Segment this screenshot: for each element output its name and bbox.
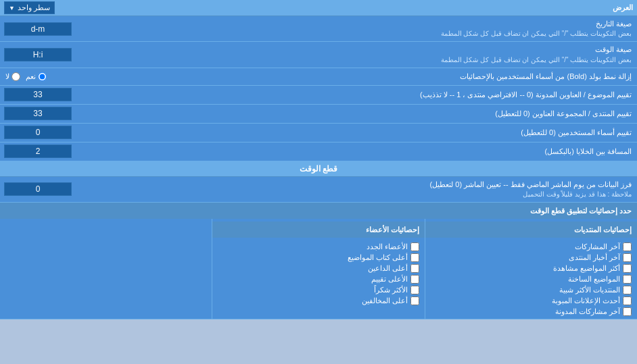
- users-order-label: تقييم أسماء المستخدمين (0 للتعطيل): [81, 125, 637, 140]
- time-format-input[interactable]: [4, 48, 72, 61]
- member-stats-col: إحصائيات الأعضاء الأعضاء الجدد أعلى كتاب…: [212, 219, 424, 319]
- topics-order-input-area: [0, 86, 81, 103]
- cells-distance-input[interactable]: [4, 145, 72, 158]
- cells-distance-label: المسافة بين الخلايا (بالبكسل): [81, 144, 637, 159]
- forum-last-posts[interactable]: آخر المشاركات: [431, 242, 632, 251]
- forum-last-blog-posts[interactable]: آخر مشاركات المدونة: [431, 307, 632, 316]
- bold-remove-yes-label: نعم: [26, 72, 36, 81]
- topics-order-label: تقييم الموضوع / العناوين المدونة (0 -- ا…: [81, 87, 637, 103]
- bold-remove-no-label: لا: [5, 72, 9, 81]
- member-most-thanked-checkbox[interactable]: [410, 286, 419, 294]
- member-stats-header: إحصائيات الأعضاء: [366, 226, 419, 234]
- time-format-sublabel: بعض التكوينات يتطلب "/" التي يمكن ان تضا…: [87, 55, 632, 65]
- member-top-inviters-checkbox[interactable]: [410, 264, 419, 273]
- filter-row: فرز البيانات من يوم الماشر الماضي فقط --…: [0, 177, 637, 203]
- forum-stats-col: إحصائيات المنتديات آخر المشاركات آخر أخب…: [425, 219, 637, 319]
- member-new[interactable]: الأعضاء الجدد: [218, 242, 419, 251]
- member-top-inviters[interactable]: أعلى الداعين: [218, 264, 419, 273]
- realtime-section-header: قطع الوقت: [0, 161, 637, 177]
- member-top-violators-checkbox[interactable]: [410, 296, 419, 305]
- time-format-row: صيغة الوقت بعض التكوينات يتطلب "/" التي …: [0, 42, 637, 68]
- member-top-writers-checkbox[interactable]: [410, 253, 419, 262]
- date-format-row: صيغة التاريخ بعض التكوينات يتطلب "/" الت…: [0, 16, 637, 42]
- col-divider: [425, 219, 425, 319]
- users-order-row: تقييم أسماء المستخدمين (0 للتعطيل): [0, 124, 637, 142]
- header-row: العرض سطر واحد ▼: [0, 0, 637, 16]
- forum-most-similar[interactable]: المنتديات الأكثر شبية: [431, 286, 632, 294]
- forums-order-input-area: [0, 105, 81, 122]
- forum-last-news[interactable]: آخر أخبار المنتدى: [431, 253, 632, 262]
- topics-order-input[interactable]: [4, 88, 72, 101]
- users-order-input-area: [0, 124, 81, 141]
- bold-remove-yes-radio[interactable]: [38, 72, 47, 81]
- empty-col: [0, 219, 212, 319]
- main-container: العرض سطر واحد ▼ صيغة التاريخ بعض التكوي…: [0, 0, 637, 319]
- users-order-input[interactable]: [4, 126, 72, 139]
- forums-order-label: تقييم المنتدى / المجموعة العناوين (0 للت…: [81, 106, 637, 122]
- filter-input-area: [0, 180, 81, 198]
- filter-note: ملاحظة : هذا قد يزيد قليلاً وقت التحميل: [87, 190, 632, 199]
- member-top-violators[interactable]: أعلى المخالفين: [218, 296, 419, 305]
- filter-input[interactable]: [4, 182, 72, 196]
- forum-hot-topics[interactable]: المواضيع الساخنة: [431, 275, 632, 284]
- bold-remove-label: إزالة نمط بولد (Bold) من أسماء المستخدمي…: [52, 69, 637, 84]
- bold-remove-yes[interactable]: نعم: [26, 72, 47, 81]
- display-dropdown[interactable]: سطر واحد ▼: [4, 1, 55, 14]
- realtime-title: قطع الوقت: [300, 164, 337, 174]
- forums-order-input[interactable]: [4, 107, 72, 120]
- checkboxes-content: إحصائيات المنتديات آخر المشاركات آخر أخب…: [0, 219, 637, 319]
- bold-remove-radio-area: نعم لا: [0, 70, 52, 83]
- col-divider-2: [212, 219, 212, 319]
- member-top-writers[interactable]: أعلى كتاب المواضيع: [218, 253, 419, 262]
- dropdown-label: سطر واحد: [18, 3, 50, 12]
- forum-last-blog-posts-checkbox[interactable]: [623, 307, 632, 316]
- topics-order-row: تقييم الموضوع / العناوين المدونة (0 -- ا…: [0, 86, 637, 105]
- time-format-label: صيغة الوقت بعض التكوينات يتطلب "/" التي …: [81, 42, 637, 67]
- checkboxes-header-label: حدد إحصائيات لتطبيق قطع الوقت: [5, 207, 632, 215]
- member-most-thanked[interactable]: الأكثر شكراً: [218, 286, 419, 294]
- date-format-sublabel: بعض التكوينات يتطلب "/" التي يمكن ان تضا…: [87, 29, 632, 38]
- forum-latest-ads-checkbox[interactable]: [623, 296, 632, 305]
- cells-distance-input-area: [0, 142, 81, 160]
- cells-distance-row: المسافة بين الخلايا (بالبكسل): [0, 142, 637, 161]
- forum-latest-ads[interactable]: أحدث الإعلانات المبوبة: [431, 296, 632, 305]
- forum-stats-header: إحصائيات المنتديات: [574, 226, 632, 234]
- forum-most-viewed-checkbox[interactable]: [623, 264, 632, 273]
- date-format-input[interactable]: [4, 22, 72, 36]
- date-format-input-area: [0, 20, 81, 38]
- forum-last-news-checkbox[interactable]: [623, 253, 632, 262]
- forum-last-posts-checkbox[interactable]: [623, 242, 632, 251]
- member-top-rated-checkbox[interactable]: [410, 275, 419, 284]
- member-new-checkbox[interactable]: [410, 242, 419, 251]
- checkboxes-section: حدد إحصائيات لتطبيق قطع الوقت إحصائيات ا…: [0, 203, 637, 319]
- forums-order-row: تقييم المنتدى / المجموعة العناوين (0 للت…: [0, 105, 637, 124]
- filter-label: فرز البيانات من يوم الماشر الماضي فقط --…: [81, 177, 637, 202]
- bold-remove-row: إزالة نمط بولد (Bold) من أسماء المستخدمي…: [0, 68, 637, 86]
- bold-remove-no[interactable]: لا: [5, 72, 20, 81]
- header-label: العرض: [55, 3, 633, 12]
- dropdown-arrow-icon: ▼: [9, 5, 15, 11]
- member-top-rated[interactable]: الأعلى تقييم: [218, 275, 419, 284]
- checkboxes-header-row: حدد إحصائيات لتطبيق قطع الوقت: [0, 203, 637, 219]
- forum-most-viewed[interactable]: أكثر المواضيع مشاهدة: [431, 264, 632, 273]
- forum-most-similar-checkbox[interactable]: [623, 286, 632, 294]
- date-format-label: صيغة التاريخ بعض التكوينات يتطلب "/" الت…: [81, 16, 637, 41]
- bold-remove-no-radio[interactable]: [11, 72, 20, 81]
- forum-hot-topics-checkbox[interactable]: [623, 275, 632, 284]
- time-format-input-area: [0, 46, 81, 63]
